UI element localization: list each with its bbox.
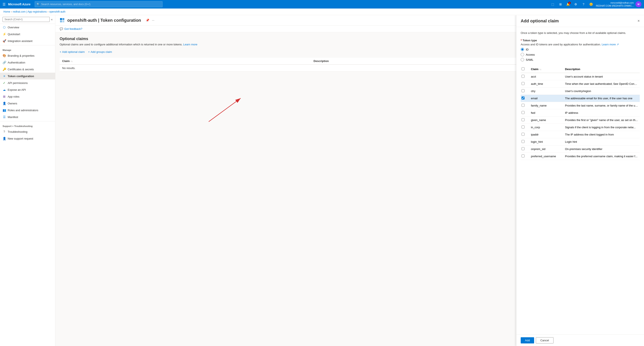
panel-close-button[interactable]: ×: [638, 19, 640, 23]
help-icon[interactable]: ?: [580, 1, 586, 7]
claim-checkbox-family_name[interactable]: [522, 104, 524, 107]
add-button[interactable]: Add: [521, 337, 534, 343]
sidebar-item-expose-api[interactable]: ☁ Expose an API: [0, 86, 55, 93]
sidebar-item-authentication[interactable]: 🔗 Authentication: [0, 59, 55, 66]
panel-claim-row[interactable]: email The addressable email for this use…: [521, 95, 640, 102]
sidebar-item-api-permissions[interactable]: ✓ API permissions: [0, 80, 55, 86]
sidebar-item-token-config[interactable]: ≡ Token configuration: [0, 73, 55, 80]
cancel-button[interactable]: Cancel: [536, 337, 553, 343]
sidebar-item-new-support[interactable]: 👤 New support request: [0, 135, 55, 142]
sidebar-item-troubleshooting[interactable]: ? Troubleshooting: [0, 128, 55, 135]
claim-desc-cell-preferred_username: Provides the preferred username claim, m…: [563, 153, 640, 160]
claim-desc-cell-given_name: Provides the first or "given" name of th…: [563, 117, 640, 124]
claim-sort-icon[interactable]: ↑↓: [70, 60, 72, 63]
panel-claim-row[interactable]: auth_time Time when the user last authen…: [521, 80, 640, 88]
breadcrumb-app-reg[interactable]: redhat.com | App registrations: [13, 10, 47, 13]
panel-claim-row[interactable]: fwd IP address: [521, 109, 640, 117]
claim-checkbox-cell[interactable]: [521, 138, 529, 146]
user-profile[interactable]: mmcneill@redhat.com REDHAT.COM (REDHAT0.…: [596, 1, 634, 8]
claim-checkbox-cell[interactable]: [521, 80, 529, 88]
page-header-icon-group: [60, 18, 65, 23]
add-groups-claim-button[interactable]: + Add groups claim: [88, 50, 112, 54]
claim-checkbox-cell[interactable]: [521, 109, 529, 117]
panel-claim-row[interactable]: ctry User's country/region: [521, 88, 640, 95]
claim-checkbox-acct[interactable]: [522, 75, 524, 78]
claim-checkbox-cell[interactable]: [521, 131, 529, 138]
learn-more-link[interactable]: Learn more: [183, 43, 197, 46]
breadcrumb-openshift-auth[interactable]: openshift-auth: [49, 10, 66, 13]
sidebar-collapse-btn[interactable]: «: [51, 18, 52, 21]
cloud-shell-icon[interactable]: ⬚: [550, 1, 556, 7]
select-all-checkbox[interactable]: [522, 67, 524, 70]
sidebar-label-quickstart: Quickstart: [8, 33, 20, 36]
radio-id-input[interactable]: [521, 48, 524, 51]
pin-button[interactable]: 📌: [145, 18, 150, 22]
claim-checkbox-ctry[interactable]: [522, 89, 524, 92]
settings-icon[interactable]: ⚙: [573, 1, 579, 7]
claim-checkbox-auth_time[interactable]: [522, 82, 524, 85]
api-permissions-icon: ✓: [2, 81, 6, 85]
add-optional-claim-button[interactable]: + Add optional claim: [60, 50, 85, 54]
sidebar-item-manifest[interactable]: ☰ Manifest: [0, 114, 55, 120]
claim-col-header: Claim ↑↓: [60, 58, 311, 65]
support-section-label: Support + Troubleshooting: [0, 122, 55, 128]
sidebar-item-overview[interactable]: ⬡ Overview: [0, 24, 55, 31]
breadcrumb-home[interactable]: Home: [4, 10, 10, 13]
panel-claim-row[interactable]: given_name Provides the first or "given"…: [521, 117, 640, 124]
feedback-icon[interactable]: 😊: [588, 1, 594, 7]
claim-checkbox-in_corp[interactable]: [522, 126, 524, 129]
claim-checkbox-cell[interactable]: [521, 124, 529, 131]
token-type-learn-more[interactable]: Learn more ↗: [602, 43, 619, 46]
claim-checkbox-cell[interactable]: [521, 73, 529, 80]
radio-access-label: Access: [526, 53, 535, 56]
claim-checkbox-email[interactable]: [522, 97, 524, 100]
panel-claim-row[interactable]: onprem_sid On-premises security identifi…: [521, 146, 640, 153]
sidebar-item-certs[interactable]: 🔑 Certificates & secrets: [0, 66, 55, 73]
hamburger-menu[interactable]: ☰: [2, 2, 6, 7]
portal-menu-icon[interactable]: ⊞: [558, 1, 564, 7]
claim-checkbox-preferred_username[interactable]: [522, 154, 524, 157]
sidebar-label-new-support: New support request: [8, 137, 33, 140]
global-search-bar[interactable]: 🔍: [35, 1, 162, 7]
claim-name-cell-login_hint: login_hint: [529, 138, 563, 146]
user-avatar[interactable]: M: [636, 1, 642, 7]
claim-checkbox-cell[interactable]: [521, 102, 529, 109]
claim-checkbox-onprem_sid[interactable]: [522, 147, 524, 150]
panel-claim-row[interactable]: in_corp Signals if the client is logging…: [521, 124, 640, 131]
claim-name-cell-ipaddr: ipaddr: [529, 131, 563, 138]
claim-checkbox-login_hint[interactable]: [522, 140, 524, 143]
more-options-button[interactable]: ···: [152, 18, 155, 22]
claim-checkbox-given_name[interactable]: [522, 118, 524, 121]
claim-desc-cell-email: The addressable email for this user, if …: [563, 95, 640, 102]
panel-claim-row[interactable]: family_name Provides the last name, surn…: [521, 102, 640, 109]
claim-checkbox-cell[interactable]: [521, 146, 529, 153]
sidebar-item-branding[interactable]: 🎨 Branding & properties: [0, 52, 55, 59]
user-email: mmcneill@redhat.com: [596, 1, 634, 4]
claim-checkbox-cell[interactable]: [521, 88, 529, 95]
sidebar-item-integration[interactable]: 🚀 Integration assistant: [0, 38, 55, 44]
claim-checkbox-fwd[interactable]: [522, 111, 524, 114]
notifications-icon[interactable]: 🔔 1: [565, 1, 571, 7]
sidebar-item-app-roles[interactable]: ⊞ App roles: [0, 93, 55, 100]
panel-claim-row[interactable]: acct User's account status in tenant: [521, 73, 640, 80]
sidebar-item-roles-admin[interactable]: 👥 Roles and administrators: [0, 107, 55, 114]
radio-access-input[interactable]: [521, 53, 524, 56]
claim-checkbox-ipaddr[interactable]: [522, 133, 524, 136]
panel-claim-row[interactable]: preferred_username Provides the preferre…: [521, 153, 640, 160]
claim-checkbox-cell[interactable]: [521, 153, 529, 160]
panel-claim-col-header[interactable]: Claim ↑↓: [529, 66, 563, 73]
claim-checkbox-cell[interactable]: [521, 95, 529, 102]
sidebar-item-owners[interactable]: 👤 Owners: [0, 100, 55, 107]
panel-claim-row[interactable]: ipaddr The IP address the client logged …: [521, 131, 640, 138]
global-search-input[interactable]: [41, 3, 160, 6]
feedback-text[interactable]: Got feedback?: [64, 27, 82, 31]
radio-id-label: ID: [526, 48, 528, 51]
panel-claim-row[interactable]: login_hint Login hint: [521, 138, 640, 146]
sidebar-item-quickstart[interactable]: ⚡ Quickstart: [0, 31, 55, 38]
radio-saml[interactable]: SAML: [521, 58, 640, 61]
radio-id[interactable]: ID: [521, 48, 640, 51]
sidebar-search-input[interactable]: [2, 17, 50, 22]
radio-saml-input[interactable]: [521, 58, 524, 61]
claim-checkbox-cell[interactable]: [521, 117, 529, 124]
radio-access[interactable]: Access: [521, 53, 640, 56]
